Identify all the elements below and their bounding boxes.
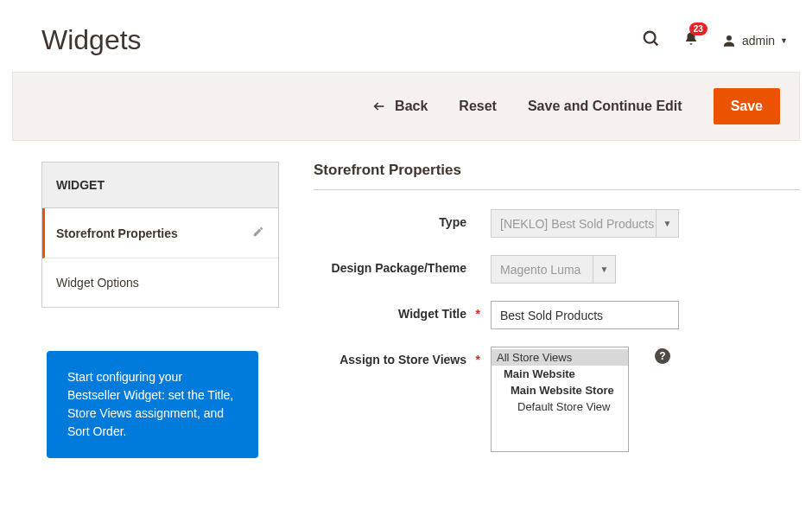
- store-views-select[interactable]: All Store Views Main Website Main Websit…: [491, 347, 629, 452]
- notifications-button[interactable]: 23: [683, 31, 699, 50]
- sidebar-item-options[interactable]: Widget Options: [42, 258, 278, 307]
- svg-point-2: [726, 35, 732, 41]
- notification-badge: 23: [689, 22, 707, 35]
- sidebar-panel: WIDGET Storefront Properties Widget Opti…: [41, 162, 279, 308]
- sidebar-item-label: Storefront Properties: [56, 226, 178, 240]
- svg-point-0: [644, 31, 656, 42]
- edit-icon: [252, 226, 264, 240]
- label-type: Type: [314, 209, 491, 229]
- action-bar: Back Reset Save and Continue Edit Save: [12, 72, 800, 141]
- save-continue-button[interactable]: Save and Continue Edit: [528, 99, 682, 114]
- widget-title-input[interactable]: [491, 301, 679, 329]
- label-theme: Design Package/Theme: [314, 255, 491, 275]
- row-theme: Design Package/Theme Magento Luma ▼: [314, 255, 800, 284]
- store-option[interactable]: Default Store View: [492, 398, 628, 415]
- page-title: Widgets: [41, 24, 142, 56]
- sidebar-item-label: Widget Options: [56, 276, 139, 290]
- theme-select: Magento Luma ▼: [491, 255, 616, 284]
- header-actions: 23 admin ▼: [642, 29, 788, 52]
- help-icon[interactable]: ?: [655, 348, 670, 364]
- caret-down-icon: ▼: [780, 36, 788, 45]
- store-option[interactable]: Main Website: [492, 366, 628, 382]
- save-button[interactable]: Save: [714, 88, 780, 124]
- admin-menu[interactable]: admin ▼: [721, 33, 788, 48]
- main-form: Storefront Properties Type [NEKLO] Best …: [314, 162, 800, 469]
- admin-label: admin: [742, 34, 775, 48]
- chevron-down-icon: ▼: [656, 210, 678, 237]
- store-option[interactable]: All Store Views: [492, 349, 628, 366]
- type-select: [NEKLO] Best Sold Products ▼: [491, 209, 679, 238]
- back-button[interactable]: Back: [372, 99, 428, 114]
- sidebar-title: WIDGET: [42, 163, 278, 208]
- sidebar-item-storefront[interactable]: Storefront Properties: [42, 208, 278, 258]
- row-type: Type [NEKLO] Best Sold Products ▼: [314, 209, 800, 238]
- svg-line-1: [654, 41, 658, 45]
- section-title: Storefront Properties: [314, 162, 800, 190]
- row-assign: Assign to Store Views All Store Views Ma…: [314, 347, 800, 452]
- sidebar: WIDGET Storefront Properties Widget Opti…: [41, 162, 279, 469]
- help-callout: Start configuring your Bestseller Widget…: [47, 351, 258, 458]
- content-body: WIDGET Storefront Properties Widget Opti…: [0, 141, 812, 469]
- page-header: Widgets 23 admin ▼: [0, 0, 812, 72]
- row-title: Widget Title: [314, 301, 800, 329]
- chevron-down-icon: ▼: [593, 256, 615, 283]
- label-assign: Assign to Store Views: [314, 347, 491, 366]
- search-icon[interactable]: [642, 29, 661, 52]
- reset-button[interactable]: Reset: [459, 99, 497, 114]
- label-title: Widget Title: [314, 301, 491, 321]
- store-option[interactable]: Main Website Store: [492, 382, 628, 398]
